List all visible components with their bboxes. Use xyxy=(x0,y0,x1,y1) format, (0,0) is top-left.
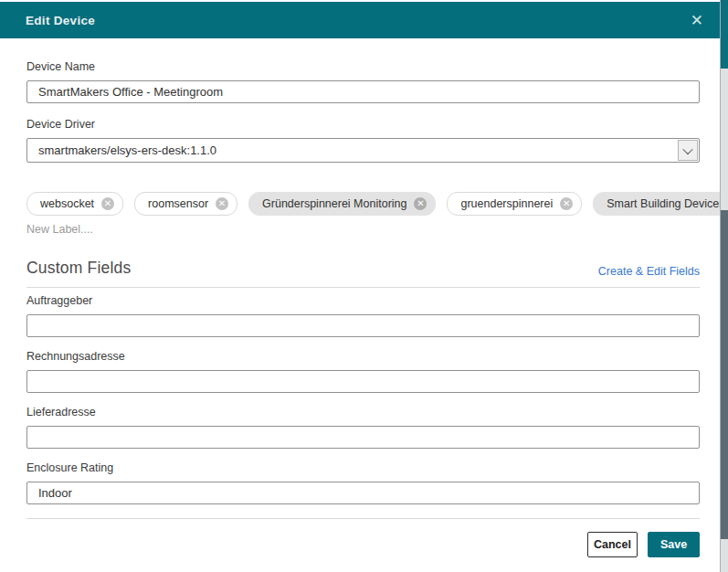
chevron-down-icon[interactable] xyxy=(678,140,698,161)
custom-fields-heading: Custom Fields xyxy=(26,259,131,278)
enclosure-rating-input[interactable] xyxy=(26,482,700,504)
remove-tag-icon[interactable]: ✕ xyxy=(414,197,427,210)
tag-label: roomsensor xyxy=(148,197,208,210)
tag-label: websocket xyxy=(40,197,94,210)
remove-tag-icon[interactable]: ✕ xyxy=(560,197,573,210)
modal-title: Edit Device xyxy=(26,14,95,27)
enclosure-rating-label: Enclosure Rating xyxy=(26,462,700,474)
scrollbar-thumb[interactable] xyxy=(721,210,728,539)
tag-gruenderspinnerei[interactable]: gruenderspinnerei ✕ xyxy=(447,192,582,216)
remove-tag-icon[interactable]: ✕ xyxy=(216,197,228,210)
device-name-input[interactable] xyxy=(26,80,700,103)
modal-footer: Cancel Save xyxy=(26,532,700,557)
remove-tag-icon[interactable]: ✕ xyxy=(101,197,114,210)
lieferadresse-label: Lieferadresse xyxy=(26,407,700,418)
tag-label: gruenderspinnerei xyxy=(460,197,553,210)
tag-roomsensor[interactable]: roomsensor ✕ xyxy=(134,192,237,216)
create-edit-fields-link[interactable]: Create & Edit Fields xyxy=(598,265,700,278)
device-driver-select[interactable]: smartmakers/elsys-ers-desk:1.1.0 xyxy=(26,138,700,163)
tag-smart-building-devices[interactable]: Smart Building Devices ✕ xyxy=(593,192,728,216)
footer-divider xyxy=(26,518,700,519)
page-scrollbar[interactable] xyxy=(720,0,728,572)
modal-header: Edit Device ✕ xyxy=(0,2,720,38)
background-header-strip xyxy=(721,0,728,69)
device-driver-label: Device Driver xyxy=(26,119,700,131)
auftraggeber-input[interactable] xyxy=(26,314,700,337)
close-icon[interactable]: ✕ xyxy=(687,11,707,30)
device-labels-list: websocket ✕ roomsensor ✕ Gründerspinnere… xyxy=(26,192,700,216)
device-driver-selected-value: smartmakers/elsys-ers-desk:1.1.0 xyxy=(27,143,678,157)
custom-fields-header: Custom Fields Create & Edit Fields xyxy=(26,259,700,278)
edit-device-modal: Edit Device ✕ Device Name Device Driver … xyxy=(0,0,720,572)
rechnungsadresse-input[interactable] xyxy=(26,370,700,393)
rechnungsadresse-label: Rechnungsadresse xyxy=(26,351,700,363)
modal-content: Device Name Device Driver smartmakers/el… xyxy=(0,61,720,557)
tag-label: Smart Building Devices xyxy=(607,197,724,210)
lieferadresse-input[interactable] xyxy=(26,426,700,449)
tag-websocket[interactable]: websocket ✕ xyxy=(26,192,123,216)
new-label-input[interactable] xyxy=(26,222,301,237)
device-name-label: Device Name xyxy=(26,61,700,73)
tag-label: Gründerspinnerei Monitoring xyxy=(262,197,406,210)
save-button[interactable]: Save xyxy=(648,532,700,557)
section-divider xyxy=(26,287,700,288)
cancel-button[interactable]: Cancel xyxy=(587,532,638,557)
auftraggeber-label: Auftraggeber xyxy=(26,295,700,307)
tag-gruenderspinnerei-monitoring[interactable]: Gründerspinnerei Monitoring ✕ xyxy=(248,192,436,216)
